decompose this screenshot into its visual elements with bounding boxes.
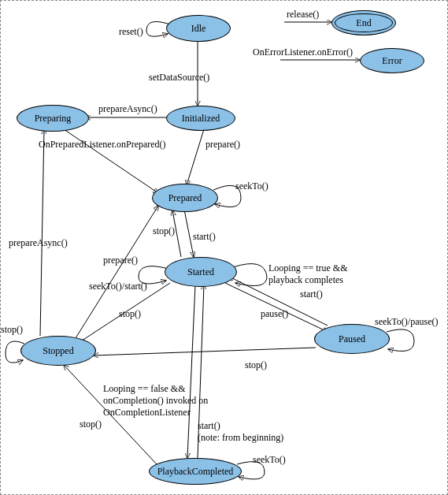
state-initialized: Initialized — [166, 106, 235, 131]
label-start3: start() (note: from beginning) — [198, 420, 283, 444]
svg-line-13 — [94, 348, 316, 355]
state-error: Error — [360, 48, 424, 73]
state-playbackcompleted: PlaybackCompleted — [149, 458, 242, 485]
svg-line-14 — [187, 285, 195, 458]
state-prepared-label: Prepared — [168, 192, 202, 204]
state-started: Started — [165, 257, 237, 287]
label-prepare2: prepare() — [103, 255, 138, 266]
label-pause: pause() — [261, 308, 288, 320]
state-stopped-label: Stopped — [43, 345, 73, 357]
label-release: release() — [287, 9, 319, 20]
state-paused-label: Paused — [339, 333, 365, 345]
svg-line-9 — [76, 206, 158, 338]
state-preparing-label: Preparing — [35, 113, 72, 125]
label-looptrue: Looping == true && playback completes — [268, 262, 348, 286]
svg-line-10 — [40, 129, 44, 336]
label-reset: reset() — [119, 26, 143, 38]
state-pbc-label: PlaybackCompleted — [157, 466, 234, 478]
label-onerror: OnErrorListener.onError() — [253, 47, 353, 58]
label-prepareasync2: prepareAsync() — [9, 237, 68, 249]
label-stop4: stop() — [1, 324, 23, 336]
state-preparing: Preparing — [17, 105, 89, 132]
state-idle: Idle — [166, 15, 231, 42]
state-initialized-label: Initialized — [182, 113, 220, 125]
label-stop3: stop() — [245, 359, 267, 371]
label-seek2: seekTo() — [253, 454, 286, 466]
label-seek1: seekTo() — [235, 181, 268, 192]
state-paused: Paused — [314, 324, 390, 354]
state-prepared: Prepared — [152, 184, 218, 212]
label-setdatasource: setDataSource() — [149, 72, 209, 84]
label-seekpause: seekTo()/pause() — [375, 316, 438, 328]
label-prepareasync1: prepareAsync() — [98, 103, 157, 115]
state-idle-label: Idle — [191, 23, 206, 35]
state-error-label: Error — [382, 55, 402, 67]
label-start1: start() — [193, 231, 216, 243]
label-seekstart: seekTo()/start() — [89, 281, 147, 292]
state-stopped: Stopped — [20, 336, 96, 366]
label-loopfalse: Looping == false && onCompletion() invok… — [103, 383, 208, 419]
label-onprepared: OnPreparedListener.onPrepared() — [39, 139, 166, 151]
state-end: End — [331, 10, 396, 35]
label-stop2: stop() — [119, 308, 141, 320]
state-started-label: Started — [187, 266, 214, 278]
label-start2: start() — [300, 288, 323, 300]
label-stop5: stop() — [80, 419, 102, 430]
state-diagram: Idle End Error Initialized Preparing Pre… — [0, 0, 448, 495]
svg-line-4 — [187, 129, 204, 185]
label-prepare1: prepare() — [205, 139, 240, 151]
label-stop1: stop() — [153, 225, 175, 237]
